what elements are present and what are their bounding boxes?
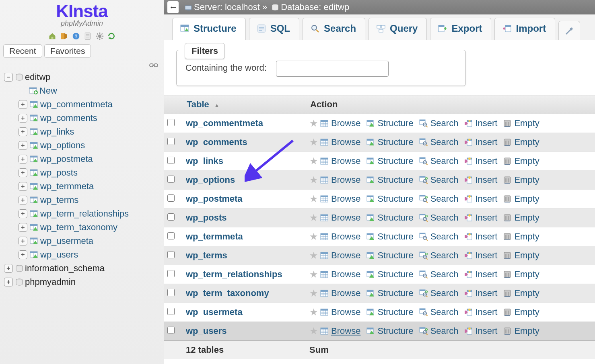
row-checkbox[interactable] <box>167 194 175 202</box>
search-action[interactable]: Search <box>419 288 459 299</box>
table-name-link[interactable]: wp_options <box>186 175 235 185</box>
empty-action[interactable]: Empty <box>503 326 539 336</box>
structure-action[interactable]: Structure <box>366 269 413 280</box>
browse-action[interactable]: Browse <box>320 175 360 185</box>
browse-action[interactable]: Browse <box>320 326 360 336</box>
structure-action[interactable]: Structure <box>366 213 413 223</box>
structure-action[interactable]: Structure <box>366 250 413 261</box>
tree-db-phpmyadmin[interactable]: +phpmyadmin <box>4 275 161 289</box>
doc-icon[interactable] <box>84 32 92 40</box>
search-action[interactable]: Search <box>419 118 459 129</box>
empty-action[interactable]: Empty <box>503 269 539 280</box>
star-icon[interactable]: ★ <box>309 288 318 299</box>
col-table[interactable]: Table ▲ <box>183 95 306 114</box>
row-checkbox[interactable] <box>167 213 175 221</box>
expand-icon[interactable]: + <box>19 250 27 259</box>
breadcrumb-server-link[interactable]: localhost <box>225 2 260 12</box>
structure-action[interactable]: Structure <box>366 175 413 185</box>
favorites-tab[interactable]: Favorites <box>44 44 91 58</box>
exit-icon[interactable] <box>60 32 68 40</box>
star-icon[interactable]: ★ <box>309 307 318 318</box>
empty-action[interactable]: Empty <box>503 156 539 166</box>
tab-more[interactable] <box>558 21 580 40</box>
tree-db-information_schema[interactable]: +information_schema <box>4 262 161 275</box>
search-action[interactable]: Search <box>419 213 459 223</box>
tree-db-editwp[interactable]: − editwp <box>4 70 161 84</box>
tree-table-wp_terms[interactable]: +wp_terms <box>4 193 161 207</box>
empty-action[interactable]: Empty <box>503 213 539 223</box>
structure-action[interactable]: Structure <box>366 137 413 147</box>
star-icon[interactable]: ★ <box>309 269 318 280</box>
expand-icon[interactable]: + <box>19 155 27 164</box>
row-checkbox[interactable] <box>167 327 175 334</box>
expand-icon[interactable]: + <box>19 223 27 232</box>
tree-table-wp_usermeta[interactable]: +wp_usermeta <box>4 234 161 248</box>
recent-tab[interactable]: Recent <box>3 44 42 58</box>
row-checkbox[interactable] <box>167 176 175 183</box>
star-icon[interactable]: ★ <box>309 231 318 242</box>
tab-export[interactable]: Export <box>430 18 491 40</box>
browse-action[interactable]: Browse <box>320 231 360 242</box>
star-icon[interactable]: ★ <box>309 250 318 261</box>
structure-action[interactable]: Structure <box>366 288 413 299</box>
table-name-link[interactable]: wp_postmeta <box>186 194 243 204</box>
search-action[interactable]: Search <box>419 269 459 280</box>
empty-action[interactable]: Empty <box>503 118 539 129</box>
star-icon[interactable]: ★ <box>309 212 318 223</box>
tree-new-table[interactable]: New <box>4 84 161 98</box>
expand-icon[interactable]: + <box>19 114 27 123</box>
expand-icon[interactable]: + <box>19 209 27 218</box>
insert-action[interactable]: Insert <box>464 307 497 317</box>
tab-structure[interactable]: Structure <box>172 18 246 40</box>
empty-action[interactable]: Empty <box>503 250 539 261</box>
search-action[interactable]: Search <box>419 194 459 204</box>
star-icon[interactable]: ★ <box>309 118 318 129</box>
expand-icon[interactable]: + <box>19 168 27 177</box>
tab-import[interactable]: Import <box>494 18 555 40</box>
table-name-link[interactable]: wp_comments <box>186 137 247 147</box>
browse-action[interactable]: Browse <box>320 156 360 166</box>
browse-action[interactable]: Browse <box>320 137 360 147</box>
insert-action[interactable]: Insert <box>464 175 497 185</box>
breadcrumb-db-link[interactable]: editwp <box>324 2 350 12</box>
structure-action[interactable]: Structure <box>366 326 413 336</box>
insert-action[interactable]: Insert <box>464 156 497 166</box>
search-action[interactable]: Search <box>419 231 459 242</box>
search-action[interactable]: Search <box>419 156 459 166</box>
insert-action[interactable]: Insert <box>464 194 497 204</box>
search-action[interactable]: Search <box>419 175 459 185</box>
home-icon[interactable] <box>48 32 56 40</box>
empty-action[interactable]: Empty <box>503 288 539 299</box>
tree-table-wp_comments[interactable]: +wp_comments <box>4 111 161 125</box>
expand-icon[interactable]: + <box>4 278 13 286</box>
row-checkbox[interactable] <box>167 308 175 315</box>
browse-action[interactable]: Browse <box>320 250 360 261</box>
star-icon[interactable]: ★ <box>309 325 318 337</box>
expand-icon[interactable]: + <box>19 182 27 191</box>
browse-action[interactable]: Browse <box>320 213 360 223</box>
reload-icon[interactable] <box>107 32 115 40</box>
expand-icon[interactable]: + <box>19 237 27 245</box>
insert-action[interactable]: Insert <box>464 213 497 223</box>
help-icon[interactable]: ? <box>72 32 80 40</box>
star-icon[interactable]: ★ <box>309 193 318 204</box>
structure-action[interactable]: Structure <box>366 194 413 204</box>
link-panel-toggle[interactable] <box>0 59 164 70</box>
search-action[interactable]: Search <box>419 137 459 147</box>
gear-icon[interactable] <box>96 32 104 40</box>
insert-action[interactable]: Insert <box>464 326 497 336</box>
star-icon[interactable]: ★ <box>309 174 318 186</box>
expand-icon[interactable]: + <box>19 127 27 136</box>
table-name-link[interactable]: wp_users <box>186 326 227 336</box>
empty-action[interactable]: Empty <box>503 137 539 147</box>
insert-action[interactable]: Insert <box>464 137 497 147</box>
row-checkbox[interactable] <box>167 289 175 296</box>
star-icon[interactable]: ★ <box>309 155 318 167</box>
tree-table-wp_term_relationships[interactable]: +wp_term_relationships <box>4 207 161 221</box>
browse-action[interactable]: Browse <box>320 269 360 280</box>
table-name-link[interactable]: wp_termmeta <box>186 231 243 241</box>
row-checkbox[interactable] <box>167 157 175 164</box>
insert-action[interactable]: Insert <box>464 288 497 299</box>
search-action[interactable]: Search <box>419 307 459 317</box>
tree-table-wp_commentmeta[interactable]: +wp_commentmeta <box>4 98 161 111</box>
